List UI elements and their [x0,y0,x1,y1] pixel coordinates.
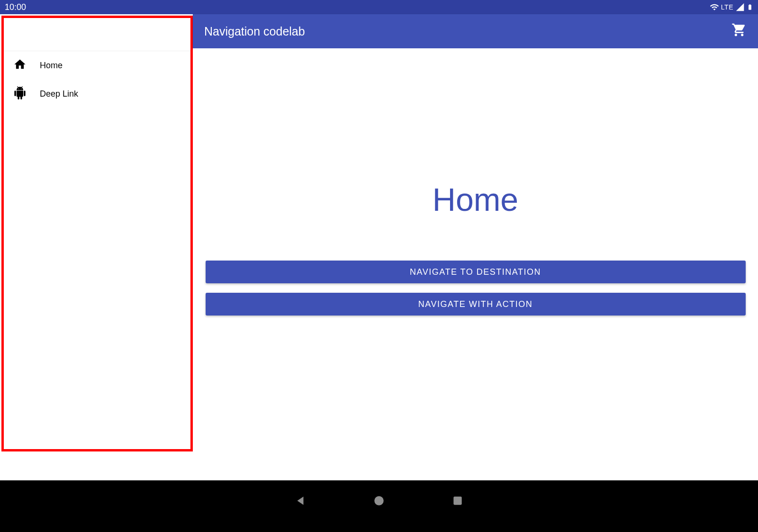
app-bar: Navigation codelab [193,14,758,48]
device-frame: 10:00 LTE [0,0,758,480]
drawer-item-label: Deep Link [40,89,78,99]
home-button[interactable] [373,495,385,509]
svg-rect-1 [453,496,461,505]
navigate-destination-button[interactable]: NAVIGATE TO DESTINATION [206,261,746,283]
signal-icon [735,2,745,12]
cart-icon[interactable] [731,22,747,40]
status-time: 10:00 [5,2,26,12]
system-nav-bar [0,480,758,532]
android-icon [13,86,27,102]
status-icons: LTE [710,2,753,12]
home-icon [13,58,27,73]
wifi-icon [710,2,719,12]
page-title: Home [433,181,518,218]
drawer-item-deeplink[interactable]: Deep Link [4,80,190,108]
drawer-header [4,18,190,51]
navigation-drawer: Home Deep Link [1,16,193,451]
svg-point-0 [374,496,384,505]
back-button[interactable] [294,495,307,509]
network-label: LTE [721,3,733,11]
drawer-item-label: Home [40,61,63,71]
navigate-action-button[interactable]: NAVIGATE WITH ACTION [206,293,746,316]
battery-icon [747,2,753,12]
main-content: Home NAVIGATE TO DESTINATION NAVIGATE WI… [193,48,758,480]
drawer-item-home[interactable]: Home [4,51,190,80]
app-bar-title: Navigation codelab [204,25,305,38]
status-bar: 10:00 LTE [0,0,758,14]
recent-apps-button[interactable] [451,495,464,509]
